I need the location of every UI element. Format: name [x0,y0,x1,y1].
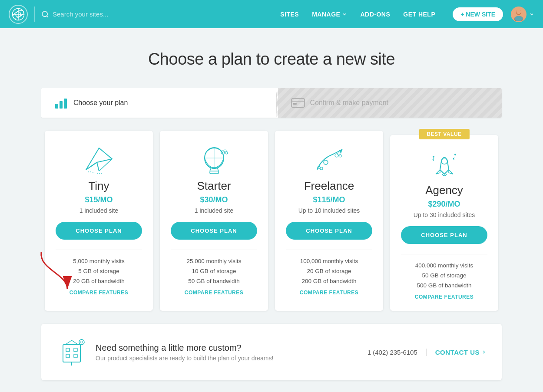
svg-rect-14 [291,99,305,107]
plan-agency-name: Agency [401,184,487,197]
plan-agency-sites: Up to 30 included sites [401,211,487,218]
plan-starter-storage: 10 GB of storage [171,268,257,274]
avatar [511,7,526,22]
plan-freelance: Freelance $115/MO Up to 10 included site… [275,131,383,311]
plan-starter-visits: 25,000 monthly visits [171,258,257,264]
svg-rect-28 [210,171,219,174]
nav-sites[interactable]: SITES [280,11,299,18]
plan-agency: BEST VALUE [390,135,498,311]
svg-point-42 [454,154,456,155]
header-nav: SITES MANAGE ADD-ONS GET HELP + NEW SITE [280,7,503,21]
tiny-plan-icon [56,146,142,174]
custom-section: Need something a little more custom? Our… [41,324,502,380]
chart-icon [54,96,68,110]
plan-starter-name: Starter [171,179,257,193]
plan-freelance-price: $115/MO [286,195,372,204]
step-1: Choose your plan [41,88,265,118]
svg-rect-47 [63,345,80,362]
plan-agency-visits: 400,000 monthly visits [401,262,487,269]
svg-point-34 [324,160,328,165]
compare-starter-link[interactable]: COMPARE FEATURES [171,290,257,296]
svg-line-19 [86,162,97,170]
plans-container: Tiny $15/MO 1 included site CHOOSE PLAN … [41,131,502,311]
header: SITES MANAGE ADD-ONS GET HELP + NEW SITE [0,0,543,28]
chevron-down-icon [342,12,347,17]
search-icon [41,10,49,18]
search-container [41,10,280,18]
plan-tiny-sites: 1 included site [56,207,142,214]
choose-plan-tiny-button[interactable]: CHOOSE PLAN [56,222,142,240]
starter-plan-icon [171,146,257,174]
svg-point-56 [81,341,83,343]
custom-subtitle: Our product specialists are ready to bui… [96,355,359,362]
svg-rect-48 [66,348,70,352]
svg-rect-12 [60,101,63,109]
plan-freelance-visits: 100,000 monthly visits [286,258,372,264]
svg-point-38 [320,167,323,170]
search-input[interactable] [53,10,148,18]
chevron-right-icon [481,349,487,355]
plan-starter-sites: 1 included site [171,207,257,214]
compare-agency-link[interactable]: COMPARE FEATURES [401,294,487,300]
nav-get-help[interactable]: GET HELP [403,11,435,18]
page-title: Choose a plan to create a new site [9,50,534,69]
plan-starter-price: $30/MO [171,195,257,204]
svg-rect-11 [55,104,58,109]
svg-rect-16 [293,103,297,105]
svg-point-41 [433,156,434,158]
svg-point-55 [79,339,84,345]
svg-rect-49 [74,348,77,352]
svg-line-53 [65,340,72,345]
choose-plan-agency-button[interactable]: CHOOSE PLAN [401,226,487,244]
new-site-button[interactable]: + NEW SITE [453,7,503,21]
compare-freelance-link[interactable]: COMPARE FEATURES [286,290,372,296]
steps-container: Choose your plan Confirm & make payment [41,88,502,118]
plans-outer: Tiny $15/MO 1 included site CHOOSE PLAN … [24,131,519,311]
svg-line-20 [97,162,99,171]
contact-us-label: CONTACT US [435,349,480,356]
svg-rect-13 [64,99,67,109]
step-2-label: Confirm & make payment [310,99,389,107]
contact-us-link[interactable]: CONTACT US [435,349,487,356]
plan-tiny-price: $15/MO [56,195,142,204]
choose-plan-freelance-button[interactable]: CHOOSE PLAN [286,222,372,240]
custom-phone: 1 (402) 235-6105 [368,349,427,356]
choose-plan-starter-button[interactable]: CHOOSE PLAN [171,222,257,240]
svg-point-9 [517,9,521,14]
step-2: Confirm & make payment [278,88,502,118]
header-divider [34,7,35,22]
svg-line-44 [454,158,454,160]
nav-manage[interactable]: MANAGE [312,11,347,18]
plan-freelance-bandwidth: 200 GB of bandwidth [286,278,372,284]
user-menu[interactable] [511,7,534,22]
plan-starter-bandwidth: 50 GB of bandwidth [171,278,257,284]
plan-freelance-storage: 20 GB of storage [286,268,372,274]
main-content: Choose a plan to create a new site Choos… [0,28,543,392]
user-chevron-icon [529,12,534,17]
step-1-label: Choose your plan [73,99,128,107]
svg-line-46 [433,159,434,161]
agency-plan-icon [401,150,487,178]
plan-freelance-name: Freelance [286,179,372,193]
svg-marker-18 [86,148,112,170]
credit-card-icon [291,98,305,108]
step-separator [265,88,278,118]
custom-icon [56,336,87,368]
plan-agency-price: $290/MO [401,200,487,209]
svg-point-5 [42,11,47,16]
best-value-badge: BEST VALUE [419,129,469,139]
svg-point-35 [335,154,338,157]
plan-starter: Starter $30/MO 1 included site CHOOSE PL… [160,131,268,311]
custom-text: Need something a little more custom? Our… [96,343,359,362]
svg-rect-50 [66,354,70,358]
plan-freelance-sites: Up to 10 included sites [286,207,372,214]
svg-point-40 [441,158,447,164]
nav-addons[interactable]: ADD-ONS [360,11,390,18]
arrow-indicator [37,248,76,296]
svg-line-54 [72,340,78,345]
plan-agency-bandwidth: 500 GB of bandwidth [401,282,487,289]
logo[interactable] [9,5,28,24]
custom-title: Need something a little more custom? [96,343,359,353]
custom-contact: 1 (402) 235-6105 CONTACT US [368,349,487,356]
svg-line-6 [46,16,48,17]
